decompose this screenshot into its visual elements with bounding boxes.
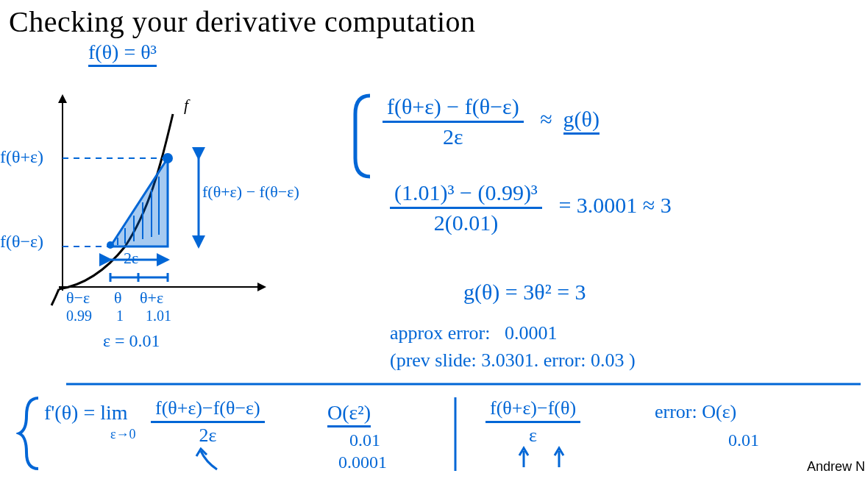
one-sided-error-val: 0.01 — [728, 430, 759, 450]
x-val-1: 0.99 — [66, 308, 92, 324]
y-axis-label-top: f(θ+ε) — [0, 147, 43, 167]
x-tick-theta-minus: θ−ε — [66, 288, 90, 308]
svg-point-9 — [107, 241, 114, 249]
order-eps-squared: O(ε²) — [327, 401, 371, 427]
attribution: Andrew N — [807, 459, 865, 475]
x-tick-theta: θ — [114, 288, 122, 308]
x-val-3: 1.01 — [146, 308, 171, 324]
limit-subscript: ε→0 — [110, 427, 136, 442]
limit-fraction: f(θ+ε)−f(θ−ε) 2ε — [151, 397, 265, 447]
function-definition: f(θ) = θ³ — [88, 40, 157, 67]
two-sided-diff-formula: f(θ+ε) − f(θ−ε) 2ε ≈ g(θ) — [383, 94, 600, 149]
arrows-up-icon — [515, 445, 603, 475]
width-2eps-label: 2ε — [124, 249, 138, 268]
one-sided-error: error: O(ε) — [655, 401, 736, 423]
divider — [66, 381, 861, 388]
height-diff-label: f(θ+ε) − f(θ−ε) — [202, 182, 299, 202]
g-evaluated: g(θ) = 3θ² = 3 — [463, 280, 586, 305]
oe2-val2: 0.0001 — [338, 453, 387, 472]
numeric-calculation: (1.01)³ − (0.99)³ 2(0.01) = 3.0001 ≈ 3 — [390, 180, 672, 235]
x-tick-theta-plus: θ+ε — [140, 288, 163, 308]
arrow-up-icon — [188, 447, 232, 477]
one-sided-fraction: f(θ+ε)−f(θ) ε — [485, 397, 580, 447]
limit-definition: f'(θ) = lim — [44, 401, 128, 425]
y-axis-label-bottom: f(θ−ε) — [0, 232, 43, 252]
curve-label-f: f — [184, 96, 188, 115]
approx-error-line: approx error: 0.0001 — [390, 322, 557, 344]
vertical-divider — [452, 397, 460, 471]
previous-slide-note: (prev slide: 3.0301. error: 0.03 ) — [390, 350, 636, 372]
page-title: Checking your derivative computation — [9, 4, 476, 39]
epsilon-value: ε = 0.01 — [103, 331, 160, 351]
left-bracket-icon — [349, 92, 379, 180]
oe2-val1: 0.01 — [349, 430, 380, 450]
x-val-2: 1 — [116, 308, 124, 324]
brace-icon — [16, 394, 46, 475]
